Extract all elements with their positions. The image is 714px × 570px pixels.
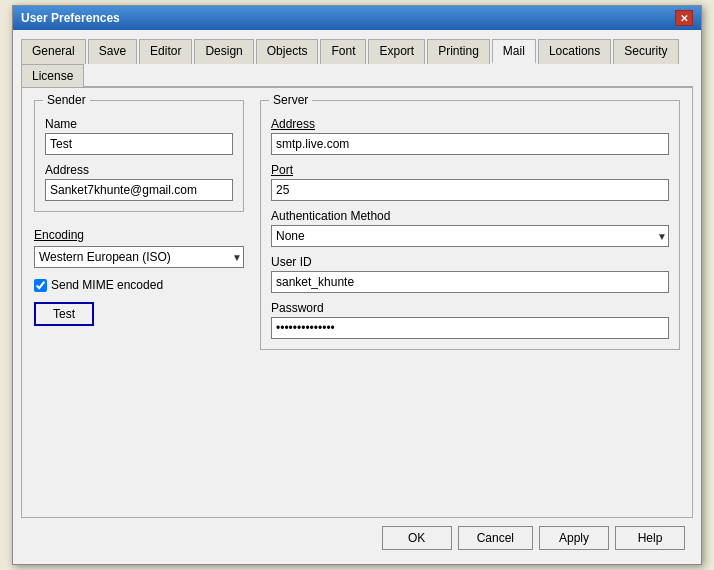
encoding-select[interactable]: Western European (ISO)UTF-8UnicodeASCII bbox=[34, 246, 244, 268]
server-group-title: Server bbox=[269, 93, 312, 107]
sender-group-title: Sender bbox=[43, 93, 90, 107]
content-area: Sender Name Address Encoding Western Eur… bbox=[21, 88, 693, 518]
sender-address-input[interactable] bbox=[45, 179, 233, 201]
tab-save[interactable]: Save bbox=[88, 39, 137, 64]
auth-select-wrapper: NoneLoginPlainCRAM-MD5 ▼ bbox=[271, 225, 669, 247]
userid-input[interactable] bbox=[271, 271, 669, 293]
mime-checkbox[interactable] bbox=[34, 279, 47, 292]
ok-button[interactable]: OK bbox=[382, 526, 452, 550]
test-button[interactable]: Test bbox=[34, 302, 94, 326]
tab-objects[interactable]: Objects bbox=[256, 39, 319, 64]
cancel-button[interactable]: Cancel bbox=[458, 526, 533, 550]
tab-editor[interactable]: Editor bbox=[139, 39, 192, 64]
left-panel: Sender Name Address Encoding Western Eur… bbox=[34, 100, 244, 350]
bottom-buttons: OK Cancel Apply Help bbox=[21, 518, 693, 556]
right-panel: Server Address Port Authentication Metho… bbox=[260, 100, 680, 350]
tab-font[interactable]: Font bbox=[320, 39, 366, 64]
panels-container: Sender Name Address Encoding Western Eur… bbox=[34, 100, 680, 350]
tab-bar: GeneralSaveEditorDesignObjectsFontExport… bbox=[21, 38, 693, 88]
tab-design[interactable]: Design bbox=[194, 39, 253, 64]
window-body: GeneralSaveEditorDesignObjectsFontExport… bbox=[13, 30, 701, 564]
encoding-select-wrapper: Western European (ISO)UTF-8UnicodeASCII … bbox=[34, 246, 244, 268]
encoding-label: Encoding bbox=[34, 228, 244, 242]
user-preferences-window: User Preferences ✕ GeneralSaveEditorDesi… bbox=[12, 5, 702, 565]
server-address-label: Address bbox=[271, 117, 669, 131]
userid-label: User ID bbox=[271, 255, 669, 269]
tab-locations[interactable]: Locations bbox=[538, 39, 611, 64]
help-button[interactable]: Help bbox=[615, 526, 685, 550]
title-bar: User Preferences ✕ bbox=[13, 6, 701, 30]
close-button[interactable]: ✕ bbox=[675, 10, 693, 26]
password-input[interactable] bbox=[271, 317, 669, 339]
tab-general[interactable]: General bbox=[21, 39, 86, 64]
apply-button[interactable]: Apply bbox=[539, 526, 609, 550]
server-group: Server Address Port Authentication Metho… bbox=[260, 100, 680, 350]
sender-address-label: Address bbox=[45, 163, 233, 177]
name-label: Name bbox=[45, 117, 233, 131]
mime-label[interactable]: Send MIME encoded bbox=[51, 278, 163, 292]
encoding-section: Encoding Western European (ISO)UTF-8Unic… bbox=[34, 228, 244, 268]
server-address-input[interactable] bbox=[271, 133, 669, 155]
name-input[interactable] bbox=[45, 133, 233, 155]
tab-security[interactable]: Security bbox=[613, 39, 678, 64]
tab-license[interactable]: License bbox=[21, 64, 84, 87]
title-bar-controls: ✕ bbox=[675, 10, 693, 26]
password-label: Password bbox=[271, 301, 669, 315]
tab-mail[interactable]: Mail bbox=[492, 39, 536, 64]
tab-export[interactable]: Export bbox=[368, 39, 425, 64]
server-port-label: Port bbox=[271, 163, 669, 177]
mime-row: Send MIME encoded bbox=[34, 278, 244, 292]
tab-printing[interactable]: Printing bbox=[427, 39, 490, 64]
window-title: User Preferences bbox=[21, 11, 120, 25]
auth-label: Authentication Method bbox=[271, 209, 669, 223]
auth-select[interactable]: NoneLoginPlainCRAM-MD5 bbox=[271, 225, 669, 247]
server-port-input[interactable] bbox=[271, 179, 669, 201]
sender-group: Sender Name Address bbox=[34, 100, 244, 212]
